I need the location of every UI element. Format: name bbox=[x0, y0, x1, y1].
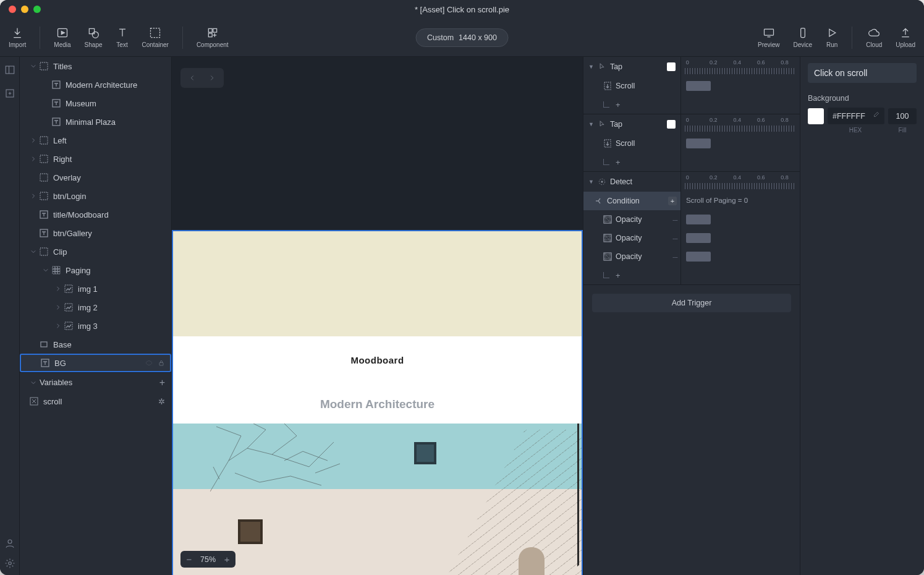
layer-toggle-icon[interactable] bbox=[30, 155, 37, 163]
account-button[interactable] bbox=[4, 538, 15, 549]
upload-button[interactable]: Upload bbox=[896, 27, 915, 49]
layer-toggle-icon[interactable] bbox=[54, 322, 62, 330]
layer-toggle-icon[interactable] bbox=[30, 248, 37, 255]
condition-row[interactable]: Condition+ bbox=[583, 192, 680, 210]
layer-name: img 1 bbox=[78, 284, 98, 294]
layer-row[interactable]: img 2 bbox=[20, 298, 171, 317]
layer-row[interactable]: BG bbox=[20, 354, 171, 372]
layer-row[interactable]: Overlay bbox=[20, 168, 171, 187]
layer-row[interactable]: img 1 bbox=[20, 279, 171, 298]
trigger-head[interactable]: ▼Tap bbox=[583, 57, 680, 77]
canvas-size-control[interactable]: Custom 1440 x 900 bbox=[415, 28, 509, 47]
timeline-value-row[interactable]: --- bbox=[681, 229, 800, 247]
maximize-window-button[interactable] bbox=[33, 6, 41, 13]
component-button[interactable]: Component bbox=[197, 27, 229, 48]
preview-button[interactable]: Preview bbox=[758, 27, 780, 49]
toolbar-label: Shape bbox=[85, 41, 103, 48]
nav-forward-button[interactable] bbox=[203, 70, 221, 85]
layer-row[interactable]: title/Moodboard bbox=[20, 205, 171, 224]
toolbar-label: Preview bbox=[758, 41, 780, 48]
import-button[interactable]: Import bbox=[9, 27, 26, 48]
timeline-keyframe[interactable] bbox=[686, 233, 711, 243]
add-condition-button[interactable]: + bbox=[668, 197, 677, 205]
layer-name: Left bbox=[53, 136, 67, 145]
add-variable-button[interactable]: + bbox=[159, 377, 165, 388]
device-button[interactable]: Device bbox=[794, 27, 813, 49]
chevron-down-icon: ▼ bbox=[588, 121, 594, 127]
panels-toggle-button[interactable] bbox=[4, 64, 15, 75]
layer-toggle-icon[interactable] bbox=[30, 137, 37, 144]
response-row[interactable]: Scroll bbox=[583, 134, 680, 153]
timeline-value-row[interactable] bbox=[681, 77, 800, 95]
timeline-keyframe[interactable] bbox=[686, 215, 711, 224]
media-button[interactable]: Media bbox=[54, 27, 70, 48]
layer-row[interactable]: Modern Architecture bbox=[20, 75, 171, 94]
layer-row[interactable]: btn/Gallery bbox=[20, 224, 171, 242]
variables-header[interactable]: Variables + bbox=[20, 372, 171, 392]
plus-icon: + bbox=[616, 100, 621, 109]
trigger-swatch[interactable] bbox=[667, 120, 676, 129]
response-row[interactable]: Opacity bbox=[583, 229, 680, 247]
timeline-value-row[interactable]: --- bbox=[681, 210, 800, 229]
close-window-button[interactable] bbox=[9, 6, 16, 13]
svg-rect-17 bbox=[40, 137, 48, 144]
response-row[interactable]: Opacity bbox=[583, 210, 680, 229]
trigger-head[interactable]: ▼Tap bbox=[583, 114, 680, 134]
layer-row[interactable]: Minimal Plaza bbox=[20, 113, 171, 131]
timeline-value-row[interactable]: --- bbox=[681, 247, 800, 266]
add-trigger-button[interactable]: Add Trigger bbox=[592, 294, 791, 312]
layer-toggle-icon[interactable] bbox=[54, 285, 62, 292]
canvas[interactable]: Moodboard Modern Architecture bbox=[172, 57, 583, 575]
zoom-in-button[interactable]: + bbox=[222, 554, 232, 564]
selected-element-title[interactable]: Click on scroll bbox=[808, 63, 917, 83]
add-page-button[interactable] bbox=[4, 88, 15, 99]
container-button[interactable]: Container bbox=[142, 27, 169, 48]
toolbar-label: Component bbox=[197, 41, 229, 48]
add-response-row[interactable]: + bbox=[583, 153, 680, 171]
zoom-out-button[interactable]: − bbox=[184, 554, 194, 564]
layer-row[interactable]: Paging bbox=[20, 261, 171, 279]
layer-toggle-icon[interactable] bbox=[30, 192, 37, 200]
tree-branches-decor bbox=[210, 424, 352, 492]
add-response-row[interactable]: + bbox=[583, 266, 680, 284]
layer-row[interactable]: Left bbox=[20, 131, 171, 150]
text-button[interactable]: Text bbox=[116, 27, 129, 48]
nav-back-button[interactable] bbox=[183, 70, 201, 85]
timeline-keyframe[interactable] bbox=[686, 138, 711, 148]
timeline-keyframe[interactable] bbox=[686, 252, 711, 262]
color-swatch[interactable] bbox=[808, 108, 824, 124]
layer-row[interactable]: Right bbox=[20, 150, 171, 168]
layer-toggle-icon[interactable] bbox=[54, 304, 62, 311]
eyedropper-icon[interactable] bbox=[872, 111, 879, 121]
response-row[interactable]: Opacity bbox=[583, 247, 680, 266]
trigger-swatch[interactable] bbox=[667, 62, 676, 71]
layer-row[interactable]: Clip bbox=[20, 242, 171, 261]
layer-toggle-spacer bbox=[42, 81, 49, 88]
minimize-window-button[interactable] bbox=[21, 6, 28, 13]
timeline-ruler: 00.20.40.60.8 bbox=[681, 57, 800, 77]
condition-expression[interactable]: Scroll of Paging = 0 bbox=[681, 192, 800, 210]
cloud-button[interactable]: Cloud bbox=[866, 27, 882, 49]
inspector-panel: Click on scroll Background #FFFFFF 100 H… bbox=[800, 57, 924, 575]
layer-toggle-icon[interactable] bbox=[42, 266, 49, 274]
shape-button[interactable]: Shape bbox=[85, 27, 103, 48]
fill-opacity-input[interactable]: 100 bbox=[888, 108, 917, 124]
trigger-head[interactable]: ▼Detect bbox=[583, 172, 680, 192]
layer-row[interactable]: Museum bbox=[20, 94, 171, 113]
response-row[interactable]: Scroll bbox=[583, 77, 680, 95]
add-response-row[interactable]: + bbox=[583, 95, 680, 114]
timeline-keyframe[interactable] bbox=[686, 81, 711, 91]
settings-button[interactable] bbox=[4, 558, 15, 569]
layer-row[interactable]: img 3 bbox=[20, 317, 171, 335]
layer-toggle-spacer bbox=[30, 211, 37, 218]
hex-input[interactable]: #FFFFFF bbox=[828, 108, 884, 124]
layer-row[interactable]: btn/Login bbox=[20, 187, 171, 205]
run-button[interactable]: Run bbox=[826, 27, 838, 49]
artboard[interactable]: Moodboard Modern Architecture bbox=[172, 230, 583, 575]
timeline-value-row[interactable] bbox=[681, 134, 800, 153]
layer-row[interactable]: Base bbox=[20, 335, 171, 354]
text-icon bbox=[116, 27, 129, 39]
layer-row[interactable]: Titles bbox=[20, 57, 171, 75]
layer-toggle-icon[interactable] bbox=[30, 62, 37, 70]
variable-row[interactable]: scroll ✲ bbox=[20, 392, 171, 411]
